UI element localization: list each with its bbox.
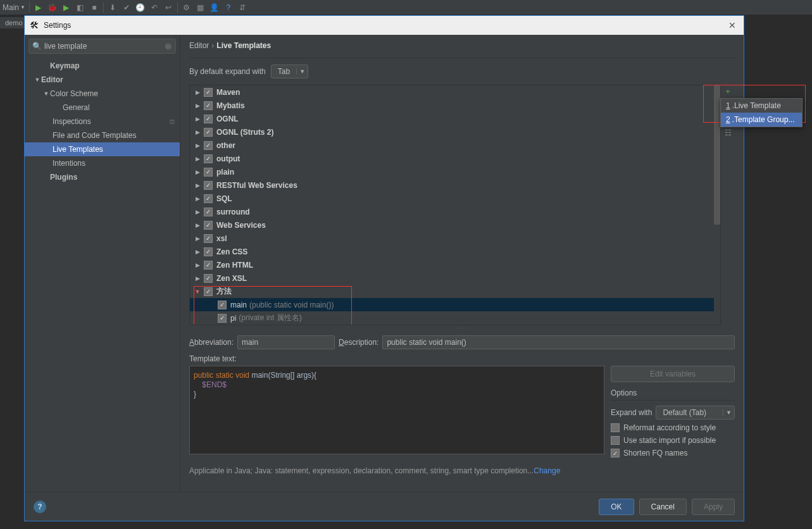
ide-toolbar: Main▼ ▶ 🐞 ▶ ◧ ■ ⬇ ✔ 🕘 ↶ ↩ ⚙ ▦ 👤 ? ⇵ — [0, 0, 812, 15]
tree-group[interactable]: ▶✓Maven — [190, 85, 720, 99]
nav-plugins[interactable]: Plugins — [25, 170, 180, 184]
abbrev-label: AAbbreviation:bbreviation: — [189, 338, 234, 347]
desc-label: Description: — [339, 338, 378, 347]
settings-sidebar: 🔍 ⊗ Keymap ▼Editor ▼Color Scheme General… — [25, 35, 180, 492]
shorten-fq-checkbox[interactable]: ✓ — [611, 449, 620, 457]
tree-group[interactable]: ▶✓output — [190, 152, 720, 165]
splitter-handle[interactable]: ∙∙∙∙∙ — [189, 325, 735, 330]
search-icon: 🔍 — [32, 42, 42, 51]
tree-group[interactable]: ▶✓Zen HTML — [190, 258, 720, 271]
project-scope-icon: ⧉ — [170, 118, 175, 126]
template-text-area[interactable]: public static void main(String[] args){ … — [189, 366, 604, 454]
tree-group[interactable]: ▶✓plain — [190, 165, 720, 178]
edit-variables-button[interactable]: Edit variables — [611, 366, 735, 382]
vcs-update-icon[interactable]: ⬇ — [108, 3, 118, 13]
context-text: Applicable in Java; Java: statement, exp… — [189, 466, 735, 475]
expand-with-option-label: Expand with — [611, 408, 652, 417]
settings-search: 🔍 ⊗ — [28, 39, 176, 54]
nav-file-templates[interactable]: File and Code Templates — [25, 128, 180, 142]
apply-button[interactable]: Apply — [692, 499, 735, 515]
description-input[interactable] — [382, 335, 735, 349]
tool-icon-1[interactable]: ⚙ — [182, 3, 192, 13]
add-popup: 1. Live Template 2. Template Group... — [720, 98, 803, 127]
dialog-footer: ? OK Cancel Apply — [25, 492, 744, 521]
profile-icon[interactable]: ◧ — [75, 3, 85, 13]
template-text-label: Template text: — [189, 354, 735, 363]
ok-button[interactable]: OK — [599, 499, 634, 515]
app-icon: 🛠 — [30, 20, 40, 30]
vcs-history-icon[interactable]: 🕘 — [135, 3, 146, 13]
paste-icon[interactable]: ☷ — [723, 128, 733, 138]
expand-with-label: By default expand with — [189, 67, 266, 76]
tool-icon-3[interactable]: 👤 — [209, 3, 220, 13]
run-icon[interactable]: ▶ — [34, 3, 44, 13]
clear-search-icon[interactable]: ⊗ — [165, 41, 172, 51]
add-icon[interactable]: ＋ — [723, 86, 733, 96]
vcs-revert-icon[interactable]: ↶ — [149, 3, 159, 13]
popup-live-template[interactable]: 1. Live Template — [721, 99, 802, 113]
dialog-titlebar: 🛠 Settings ✕ — [25, 16, 744, 35]
reformat-checkbox[interactable] — [611, 423, 620, 432]
tool-icon-2[interactable]: ▦ — [196, 3, 206, 13]
settings-nav: Keymap ▼Editor ▼Color Scheme General Ins… — [25, 58, 180, 492]
close-icon[interactable]: ✕ — [726, 20, 739, 30]
tree-group[interactable]: ▶✓surround — [190, 205, 720, 218]
tree-group[interactable]: ▶✓OGNL (Struts 2) — [190, 125, 720, 139]
tree-item[interactable]: ✓pi(private int 属性名) — [190, 311, 720, 325]
breadcrumb: Editor›Live Templates — [189, 41, 735, 58]
vcs-commit-icon[interactable]: ✔ — [122, 3, 132, 13]
dialog-title: Settings — [44, 21, 726, 30]
stop-icon[interactable]: ■ — [89, 3, 99, 13]
change-context-link[interactable]: Change — [534, 466, 560, 475]
tree-group[interactable]: ▶✓Web Services — [190, 218, 720, 232]
settings-dialog: 🛠 Settings ✕ 🔍 ⊗ Keymap ▼Editor ▼Color S… — [24, 15, 744, 521]
tree-group[interactable]: ▶✓RESTful Web Services — [190, 178, 720, 192]
nav-live-templates[interactable]: Live Templates — [25, 142, 180, 156]
undo-icon[interactable]: ↩ — [163, 3, 173, 13]
tree-group[interactable]: ▶✓Zen CSS — [190, 245, 720, 258]
editor-tab[interactable]: demo — [0, 17, 28, 28]
tree-group[interactable]: ▶✓xsl — [190, 232, 720, 245]
search-input[interactable] — [28, 39, 176, 54]
popup-template-group[interactable]: 2. Template Group... — [721, 113, 802, 127]
abbreviation-input[interactable] — [237, 335, 335, 349]
tree-group[interactable]: ▶✓SQL — [190, 192, 720, 205]
debug-icon[interactable]: 🐞 — [47, 3, 58, 13]
tool-icon-4[interactable]: ⇵ — [237, 3, 247, 13]
help-button[interactable]: ? — [34, 501, 46, 513]
tree-group[interactable]: ▶✓OGNL — [190, 112, 720, 125]
nav-intentions[interactable]: Intentions — [25, 156, 180, 170]
tree-group[interactable]: ▶✓Mybatis — [190, 99, 720, 112]
nav-keymap[interactable]: Keymap — [25, 59, 180, 73]
tree-group[interactable]: ▶✓other — [190, 139, 720, 152]
expand-with-option-select[interactable]: Default (Tab)▼ — [656, 406, 735, 420]
options-title: Options — [611, 389, 735, 401]
tree-item[interactable]: ✓main(public static void main()) — [190, 298, 720, 311]
nav-general[interactable]: General — [25, 101, 180, 115]
nav-editor[interactable]: ▼Editor — [25, 73, 180, 87]
run-config-selector[interactable]: Main▼ — [3, 3, 25, 12]
cancel-button[interactable]: Cancel — [639, 499, 687, 515]
tree-scrollbar[interactable] — [714, 85, 720, 325]
template-tree[interactable]: ▶✓Maven▶✓Mybatis▶✓OGNL▶✓OGNL (Struts 2)▶… — [189, 85, 721, 325]
nav-inspections[interactable]: Inspections⧉ — [25, 115, 180, 128]
coverage-icon[interactable]: ▶ — [61, 3, 72, 13]
tree-group-custom[interactable]: ▼✓方法 — [190, 285, 720, 298]
tree-group[interactable]: ▶✓Zen XSL — [190, 271, 720, 285]
nav-color-scheme[interactable]: ▼Color Scheme — [25, 87, 180, 101]
settings-main: Editor›Live Templates By default expand … — [180, 35, 744, 492]
expand-with-select[interactable]: Tab▼ — [271, 65, 308, 78]
static-import-checkbox[interactable] — [611, 436, 620, 445]
help-icon[interactable]: ? — [223, 3, 234, 13]
